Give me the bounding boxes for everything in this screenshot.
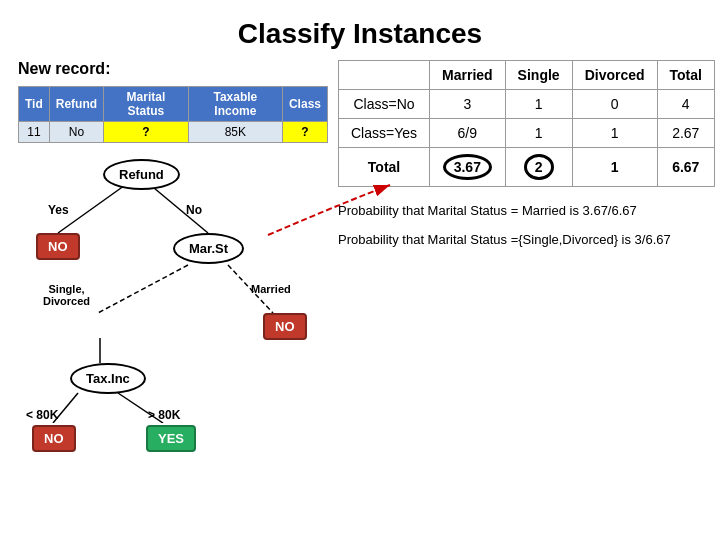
- gt80k-label: > 80K: [148, 408, 180, 422]
- cell-classyes-single: 1: [505, 119, 572, 148]
- prob-area: Probability that Marital Status = Marrie…: [338, 201, 715, 251]
- left-panel: New record: Tid Refund Marital Status Ta…: [18, 60, 328, 423]
- cell-classno-divorced: 0: [572, 90, 657, 119]
- lt80k-label: < 80K: [26, 408, 58, 422]
- cell-classno-married: 3: [430, 90, 506, 119]
- col-refund: Refund: [49, 87, 103, 122]
- col-marital: Marital Status: [104, 87, 189, 122]
- class-header-married: Married: [430, 61, 506, 90]
- no-node-left: NO: [36, 233, 80, 260]
- class-header-divorced: Divorced: [572, 61, 657, 90]
- col-class: Class: [282, 87, 327, 122]
- cell-classyes-married: 6/9: [430, 119, 506, 148]
- cell-total-single: 2: [505, 148, 572, 187]
- cell-tid: 11: [19, 122, 50, 143]
- marst-node: Mar.St: [173, 233, 244, 264]
- cell-classno-single: 1: [505, 90, 572, 119]
- cell-classno-label: Class=No: [339, 90, 430, 119]
- refund-node: Refund: [103, 159, 180, 190]
- cell-marital: ?: [104, 122, 189, 143]
- cell-classno-total: 4: [657, 90, 714, 119]
- cell-total-married: 3.67: [430, 148, 506, 187]
- taxinc-node: Tax.Inc: [70, 363, 146, 394]
- no-node-lt80k: NO: [32, 425, 76, 452]
- cell-classyes-divorced: 1: [572, 119, 657, 148]
- svg-line-2: [98, 265, 188, 313]
- no-label: No: [186, 203, 202, 217]
- class-header-empty: [339, 61, 430, 90]
- no-node-married: NO: [263, 313, 307, 340]
- class-header-total: Total: [657, 61, 714, 90]
- married-branch-label: Married: [251, 283, 291, 295]
- cell-classyes-label: Class=Yes: [339, 119, 430, 148]
- decision-tree: Refund Yes No NO Mar.St Single, Divorced…: [18, 153, 328, 423]
- col-taxable: Taxable Income: [188, 87, 282, 122]
- right-panel: Married Single Divorced Total Class=No 3…: [338, 60, 715, 423]
- table-row-classno: Class=No 3 1 0 4: [339, 90, 715, 119]
- class-header-single: Single: [505, 61, 572, 90]
- cell-total-total: 6.67: [657, 148, 714, 187]
- cell-total-label: Total: [339, 148, 430, 187]
- single-divorced-label: Single, Divorced: [43, 283, 90, 307]
- yes-node-gt80k: YES: [146, 425, 196, 452]
- page-title: Classify Instances: [0, 0, 720, 60]
- cell-total-divorced: 1: [572, 148, 657, 187]
- cell-refund: No: [49, 122, 103, 143]
- cell-classyes-total: 2.67: [657, 119, 714, 148]
- yes-label: Yes: [48, 203, 69, 217]
- prob-text1: Probability that Marital Status = Marrie…: [338, 201, 715, 222]
- new-record-label: New record:: [18, 60, 328, 78]
- cell-class: ?: [282, 122, 327, 143]
- col-tid: Tid: [19, 87, 50, 122]
- class-table: Married Single Divorced Total Class=No 3…: [338, 60, 715, 187]
- table-row-total: Total 3.67 2 1 6.67: [339, 148, 715, 187]
- record-table: Tid Refund Marital Status Taxable Income…: [18, 86, 328, 143]
- prob-text2: Probability that Marital Status ={Single…: [338, 230, 715, 251]
- table-row-classyes: Class=Yes 6/9 1 1 2.67: [339, 119, 715, 148]
- cell-taxable: 85K: [188, 122, 282, 143]
